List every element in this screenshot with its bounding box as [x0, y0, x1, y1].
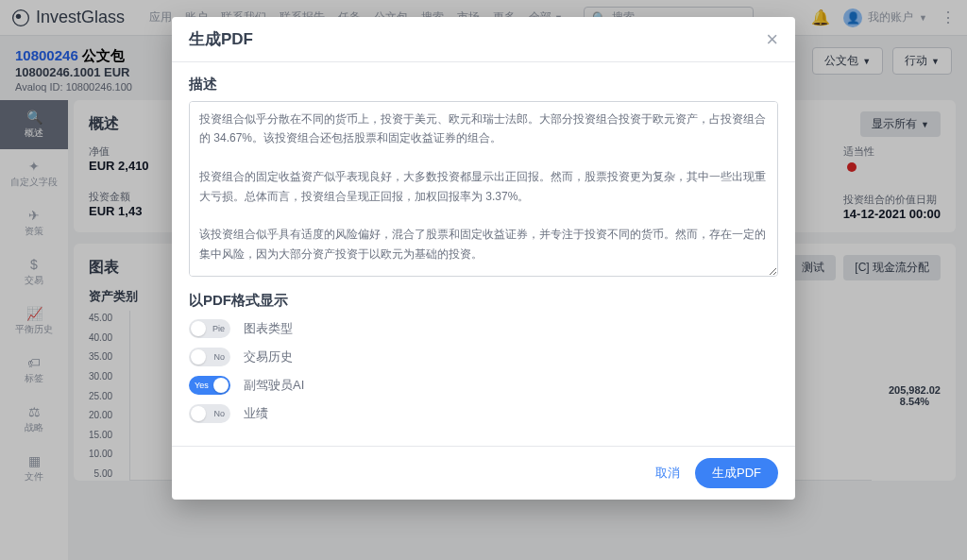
- description-textarea[interactable]: [189, 101, 778, 277]
- toggle-row-chart-type: Pie 图表类型: [189, 319, 778, 338]
- toggle-knob-icon: [191, 349, 206, 365]
- toggle-chart-type[interactable]: Pie: [189, 319, 230, 338]
- close-icon[interactable]: ×: [766, 29, 778, 50]
- description-label: 描述: [189, 76, 778, 93]
- cancel-button[interactable]: 取消: [655, 465, 680, 482]
- toggle-label: 副驾驶员AI: [244, 377, 304, 394]
- toggle-row-trade-history: No 交易历史: [189, 348, 778, 366]
- modal-title: 生成PDF: [189, 28, 253, 50]
- toggle-label: 业绩: [244, 405, 268, 422]
- toggle-label: 图表类型: [244, 320, 293, 337]
- modal-header: 生成PDF ×: [172, 17, 795, 62]
- toggle-text: No: [213, 352, 225, 362]
- toggle-text: Pie: [212, 324, 225, 333]
- generate-pdf-button[interactable]: 生成PDF: [695, 458, 778, 488]
- toggle-row-copilot: Yes 副驾驶员AI: [189, 376, 778, 395]
- generate-pdf-modal: 生成PDF × 描述 以PDF格式显示 Pie 图表类型 No 交易历史: [172, 17, 795, 500]
- toggle-trade-history[interactable]: No: [189, 348, 230, 366]
- toggle-knob-icon: [213, 378, 229, 393]
- toggle-knob-icon: [191, 321, 206, 336]
- toggle-knob-icon: [191, 406, 206, 421]
- modal-overlay[interactable]: 生成PDF × 描述 以PDF格式显示 Pie 图表类型 No 交易历史: [0, 0, 967, 560]
- toggle-label: 交易历史: [244, 348, 293, 365]
- show-as-label: 以PDF格式显示: [189, 292, 778, 310]
- modal-footer: 取消 生成PDF: [172, 446, 795, 500]
- toggle-text: No: [213, 409, 225, 418]
- toggle-text: Yes: [195, 381, 209, 390]
- toggle-copilot-ai[interactable]: Yes: [189, 376, 230, 395]
- modal-body: 描述 以PDF格式显示 Pie 图表类型 No 交易历史 Yes: [172, 62, 795, 446]
- toggle-row-performance: No 业绩: [189, 404, 778, 423]
- toggle-performance[interactable]: No: [189, 404, 230, 423]
